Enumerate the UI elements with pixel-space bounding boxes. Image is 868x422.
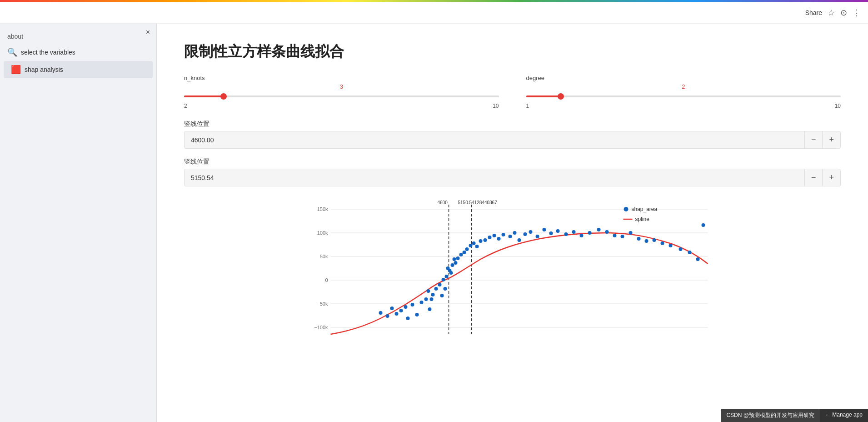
n-knots-track [184, 95, 499, 97]
footer-csdn-label: CSDN @预测模型的开发与应用研究 [721, 409, 820, 422]
vline2-group: 竖线位置 5150.54 − + [184, 158, 841, 186]
vline1-decrement-button[interactable]: − [804, 131, 823, 148]
vline1-value[interactable]: 4600.00 [185, 132, 804, 148]
svg-point-61 [588, 231, 592, 235]
svg-point-42 [475, 245, 479, 248]
svg-point-56 [549, 231, 553, 235]
svg-point-64 [613, 234, 617, 237]
vline2-decrement-button[interactable]: − [804, 169, 823, 186]
svg-point-41 [472, 241, 476, 245]
search-icon: 🔍 [7, 47, 17, 57]
svg-point-82 [430, 297, 434, 301]
degree-thumb[interactable] [558, 93, 564, 100]
svg-point-68 [645, 239, 649, 243]
svg-point-63 [605, 230, 609, 234]
svg-text:−50k: −50k [317, 301, 328, 306]
svg-point-36 [456, 256, 460, 260]
svg-point-25 [420, 301, 424, 304]
svg-point-34 [451, 263, 454, 267]
star-icon[interactable]: ☆ [828, 8, 835, 18]
svg-point-47 [497, 237, 501, 241]
svg-point-43 [479, 239, 483, 243]
svg-point-32 [445, 275, 449, 278]
degree-track-container[interactable] [526, 92, 841, 101]
svg-point-17 [386, 314, 389, 318]
svg-point-59 [572, 230, 576, 234]
svg-point-65 [621, 235, 624, 238]
svg-point-81 [427, 289, 430, 293]
n-knots-max: 10 [493, 103, 499, 109]
svg-point-35 [454, 261, 458, 265]
svg-point-26 [424, 297, 428, 301]
svg-point-50 [513, 231, 517, 235]
svg-text:100k: 100k [317, 230, 328, 236]
n-knots-track-container[interactable] [184, 92, 499, 101]
svg-point-45 [488, 236, 492, 239]
shap-analysis-label: shap analysis [25, 66, 63, 73]
svg-point-58 [564, 232, 568, 236]
share-button[interactable]: Share [805, 9, 822, 16]
sidebar-about-label: about [0, 29, 156, 44]
svg-point-48 [502, 233, 505, 236]
svg-point-24 [415, 313, 419, 316]
manage-app-button[interactable]: ← Manage app [820, 409, 868, 422]
grid-icon: 🟥 [11, 65, 21, 75]
chart-area: 150k 100k 50k 0 −50k −100k 4600 5150.541… [184, 200, 841, 347]
svg-point-67 [637, 237, 641, 241]
degree-track [526, 95, 841, 97]
svg-point-39 [465, 247, 469, 251]
svg-point-38 [463, 251, 466, 254]
svg-point-55 [543, 228, 546, 231]
n-knots-range-labels: 2 10 [184, 103, 499, 109]
svg-point-21 [404, 305, 408, 309]
vline1-increment-button[interactable]: + [822, 131, 840, 148]
svg-point-77 [444, 287, 447, 291]
svg-point-28 [431, 293, 435, 296]
svg-text:0: 0 [325, 277, 328, 283]
n-knots-value: 3 [184, 83, 499, 90]
degree-fill [526, 95, 561, 97]
vline2-label: 竖线位置 [184, 158, 841, 166]
svg-point-37 [459, 253, 463, 256]
n-knots-fill [184, 95, 224, 97]
svg-point-73 [688, 251, 692, 254]
svg-point-60 [580, 234, 584, 237]
svg-text:spline: spline [635, 216, 650, 222]
github-icon[interactable]: ⊙ [840, 8, 847, 18]
svg-point-19 [395, 312, 399, 316]
svg-point-44 [484, 238, 487, 242]
svg-point-40 [469, 244, 473, 247]
svg-point-16 [379, 311, 383, 315]
vline1-input-row: 4600.00 − + [184, 131, 841, 149]
vline1-group: 竖线位置 4600.00 − + [184, 120, 841, 149]
vline2-value[interactable]: 5150.54 [185, 170, 804, 186]
svg-point-46 [493, 234, 496, 237]
svg-point-20 [399, 309, 403, 312]
n-knots-min: 2 [184, 103, 187, 109]
svg-text:5150.54128440367: 5150.54128440367 [458, 200, 498, 205]
degree-slider-group: degree 2 1 10 [526, 75, 841, 109]
page-title: 限制性立方样条曲线拟合 [184, 42, 841, 62]
svg-point-76 [440, 294, 444, 297]
sidebar: × about 🔍 select the variables 🟥 shap an… [0, 24, 157, 422]
svg-text:4600: 4600 [438, 200, 448, 205]
svg-point-23 [411, 303, 414, 306]
svg-point-69 [653, 238, 656, 242]
svg-point-27 [428, 307, 432, 311]
svg-text:shap_area: shap_area [632, 206, 658, 212]
sliders-row: n_knots 3 2 10 degree 2 [184, 75, 841, 109]
svg-point-70 [661, 241, 664, 245]
degree-value: 2 [526, 83, 841, 90]
chart-svg: 150k 100k 50k 0 −50k −100k 4600 5150.541… [184, 200, 841, 346]
sidebar-item-select-variables[interactable]: 🔍 select the variables [0, 44, 156, 61]
svg-point-22 [406, 316, 410, 320]
vline2-increment-button[interactable]: + [822, 169, 840, 186]
footer: CSDN @预测模型的开发与应用研究 ← Manage app [721, 409, 868, 422]
more-icon[interactable]: ⋮ [853, 8, 861, 18]
degree-min: 1 [526, 103, 529, 109]
close-icon[interactable]: × [146, 28, 150, 36]
svg-point-30 [438, 283, 442, 286]
sidebar-item-shap-analysis[interactable]: 🟥 shap analysis [4, 61, 153, 78]
svg-point-57 [556, 229, 560, 233]
n-knots-thumb[interactable] [220, 93, 227, 100]
